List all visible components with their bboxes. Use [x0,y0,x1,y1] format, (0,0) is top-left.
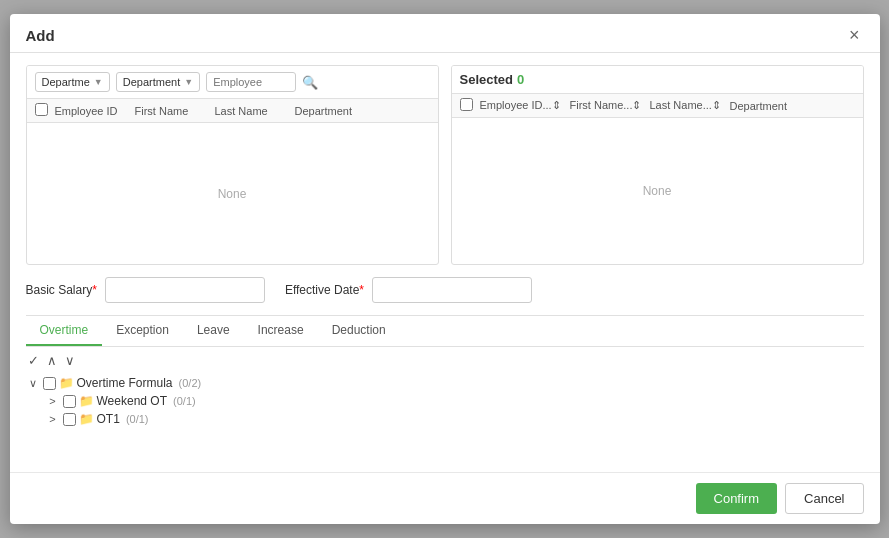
tab-overtime[interactable]: Overtime [26,316,103,346]
left-panel-header: Departme ▼ Department ▼ 🔍 [27,66,438,99]
tree-item-ot1: > 📁 OT1 (0/1) [46,410,864,428]
left-table-header: Employee ID First Name Last Name Departm… [27,99,438,123]
folder-icon: 📁 [59,376,74,390]
right-table-header: Employee ID...⇕ First Name...⇕ Last Name… [452,94,863,118]
basic-salary-input[interactable] [105,277,265,303]
select-all-tree-button[interactable]: ✓ [26,353,41,368]
modal-title: Add [26,27,55,44]
department-filter-1[interactable]: Departme ▼ [35,72,110,92]
form-section: Basic Salary* Effective Date* [26,277,864,303]
right-col-last-name: Last Name...⇕ [650,99,730,112]
modal: Add × Departme ▼ Department ▼ [10,14,880,524]
search-button[interactable]: 🔍 [302,75,318,90]
col-first-name: First Name [135,105,215,117]
right-empty-text: None [643,184,672,198]
tab-deduction[interactable]: Deduction [318,316,400,346]
right-select-all-checkbox[interactable] [460,98,473,111]
top-section: Departme ▼ Department ▼ 🔍 Employee ID [26,65,864,265]
selected-count: 0 [517,72,524,87]
basic-salary-label: Basic Salary* [26,283,97,297]
basic-salary-required: * [92,283,97,297]
right-col-employee-id: Employee ID...⇕ [480,99,570,112]
overtime-formula-label: Overtime Formula [77,376,173,390]
folder-icon-ot1: 📁 [79,412,94,426]
col-employee-id: Employee ID [55,105,135,117]
effective-date-required: * [359,283,364,297]
tab-exception[interactable]: Exception [102,316,183,346]
department-filter-2[interactable]: Department ▼ [116,72,200,92]
tree-item-weekend-ot: > 📁 Weekend OT (0/1) [46,392,864,410]
effective-date-label: Effective Date* [285,283,364,297]
tree-checkbox-ot1[interactable] [63,413,76,426]
weekend-ot-label: Weekend OT [97,394,167,408]
expand-overtime-formula-button[interactable]: ∨ [26,377,40,390]
ot1-count: (0/1) [123,413,149,425]
selected-label: Selected [460,72,513,87]
confirm-button[interactable]: Confirm [696,483,778,514]
tree-item-overtime-formula: ∨ 📁 Overtime Formula (0/2) [26,374,864,392]
overtime-formula-count: (0/2) [176,377,202,389]
ot1-label: OT1 [97,412,120,426]
left-empty-text: None [218,187,247,201]
right-panel-header: Selected 0 [452,66,863,94]
right-col-first-name: First Name...⇕ [570,99,650,112]
expand-tree-button[interactable]: ∨ [63,353,77,368]
folder-icon-weekend: 📁 [79,394,94,408]
weekend-ot-count: (0/1) [170,395,196,407]
tab-leave[interactable]: Leave [183,316,244,346]
col-department: Department [295,105,430,117]
modal-overlay: Add × Departme ▼ Department ▼ [0,0,889,538]
expand-ot1-button[interactable]: > [46,413,60,425]
right-panel: Selected 0 Employee ID...⇕ First Name...… [451,65,864,265]
tree-controls: ✓ ∧ ∨ [26,347,864,372]
tree-checkbox-overtime-formula[interactable] [43,377,56,390]
left-select-all-checkbox[interactable] [35,103,48,116]
cancel-button[interactable]: Cancel [785,483,863,514]
effective-date-input[interactable] [372,277,532,303]
tab-increase[interactable]: Increase [244,316,318,346]
expand-weekend-ot-button[interactable]: > [46,395,60,407]
collapse-tree-button[interactable]: ∧ [45,353,59,368]
tree-checkbox-weekend-ot[interactable] [63,395,76,408]
employee-search-input[interactable] [206,72,296,92]
modal-footer: Confirm Cancel [10,472,880,524]
right-table-body: None [452,118,863,264]
chevron-down-icon: ▼ [94,77,103,87]
tabs-section: Overtime Exception Leave Increase Deduct… [26,315,864,430]
effective-date-field: Effective Date* [285,277,532,303]
tabs-row: Overtime Exception Leave Increase Deduct… [26,316,864,347]
tree-sub: > 📁 Weekend OT (0/1) > 📁 OT1 (0/1) [46,392,864,428]
col-last-name: Last Name [215,105,295,117]
tree-body: ∨ 📁 Overtime Formula (0/2) > 📁 Weekend O… [26,372,864,430]
left-table-body: None [27,123,438,264]
modal-header: Add × [10,14,880,53]
right-col-department: Department [730,100,855,112]
basic-salary-field: Basic Salary* [26,277,265,303]
close-button[interactable]: × [845,26,864,44]
left-panel: Departme ▼ Department ▼ 🔍 Employee ID [26,65,439,265]
chevron-down-icon: ▼ [184,77,193,87]
modal-body: Departme ▼ Department ▼ 🔍 Employee ID [10,53,880,472]
